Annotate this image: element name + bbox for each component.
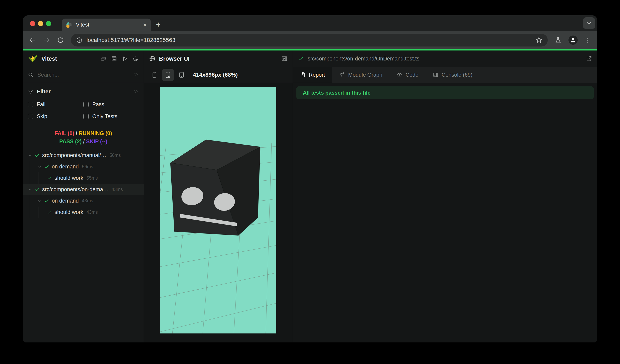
test-case-row[interactable]: should work 55ms <box>23 173 144 184</box>
reload-button[interactable] <box>57 37 64 44</box>
fail-count: FAIL (0) <box>55 130 74 136</box>
test-duration: 43ms <box>112 187 123 192</box>
report-content: All tests passed in this file <box>293 83 597 342</box>
close-window-button[interactable] <box>30 21 35 26</box>
dashboard-report-icon[interactable] <box>111 56 117 61</box>
test-label: should work <box>55 175 83 181</box>
report-tabs: Report Module Graph Code Console (69) <box>293 67 597 83</box>
zoom-window-button[interactable] <box>46 21 51 26</box>
dark-mode-moon-icon[interactable] <box>133 56 139 61</box>
tab-label: Console (69) <box>442 72 473 78</box>
filter-skip-checkbox[interactable]: Skip <box>28 110 83 122</box>
device-tablet-button[interactable] <box>176 69 187 81</box>
code-icon <box>397 72 402 78</box>
test-duration: 55ms <box>87 175 98 181</box>
test-label: src/components/manual/… <box>42 152 106 159</box>
funnel-filter-icon <box>28 89 33 94</box>
threejs-scene <box>160 87 276 334</box>
checkbox-icon <box>28 102 33 107</box>
running-count: RUNNING (0) <box>79 130 112 136</box>
minimize-window-button[interactable] <box>38 21 43 26</box>
report-panel: src/components/on-demand/OnDemand.test.t… <box>293 50 597 342</box>
chevron-down-icon[interactable] <box>28 187 34 192</box>
ui-windows-icon[interactable] <box>100 56 106 61</box>
clipboard-icon <box>300 72 306 78</box>
address-bar[interactable]: localhost:5173/#/?file=1828625563 <box>71 34 548 46</box>
filter-label: Fail <box>37 101 46 108</box>
tab-module-graph[interactable]: Module Graph <box>332 67 389 83</box>
open-in-new-tab-icon[interactable] <box>586 56 592 62</box>
test-suite-row[interactable]: on demand 56ms <box>23 161 144 173</box>
device-small-phone-button[interactable] <box>149 69 160 81</box>
checkbox-icon <box>83 102 89 107</box>
clear-filter-icon[interactable] <box>133 72 139 78</box>
browser-tab-vitest[interactable]: Vitest × <box>62 19 151 31</box>
tab-code[interactable]: Code <box>389 67 426 83</box>
tab-label: Report <box>309 72 325 78</box>
pass-check-icon <box>47 176 55 181</box>
filter-label: Skip <box>37 113 47 119</box>
window-controls <box>30 21 51 26</box>
test-file-row[interactable]: src/components/manual/… 56ms <box>23 150 144 161</box>
clear-filter-icon[interactable] <box>133 89 139 94</box>
tab-report[interactable]: Report <box>293 67 332 83</box>
banner-text: All tests passed in this file <box>303 90 371 96</box>
url-text[interactable]: localhost:5173/#/?file=1828625563 <box>87 37 531 43</box>
pass-check-icon <box>298 56 304 62</box>
tab-search-button[interactable] <box>583 17 595 29</box>
experiments-flask-icon[interactable] <box>555 37 562 44</box>
forward-button[interactable] <box>43 37 50 44</box>
pass-check-icon <box>44 164 52 169</box>
filter-pass-checkbox[interactable]: Pass <box>83 98 139 110</box>
tab-title: Vitest <box>76 22 143 28</box>
test-label: on demand <box>52 198 79 204</box>
test-duration: 43ms <box>82 198 93 204</box>
filter-fail-checkbox[interactable]: Fail <box>28 98 83 110</box>
module-graph-icon <box>339 72 345 78</box>
checkbox-icon <box>28 114 33 119</box>
profile-avatar[interactable] <box>569 36 578 45</box>
device-large-phone-button[interactable] <box>162 69 174 81</box>
bookmark-star-icon[interactable] <box>535 37 542 44</box>
kebab-menu-icon[interactable] <box>584 37 591 44</box>
filter-label: Pass <box>92 101 104 108</box>
test-suite-row[interactable]: on demand 43ms <box>23 195 144 206</box>
test-tree: src/components/manual/… 56ms on demand 5… <box>23 150 144 342</box>
browser-preview-panel: Browser UI 414x896px (68%) <box>144 50 293 342</box>
globe-icon <box>149 56 155 62</box>
test-duration: 43ms <box>87 210 98 215</box>
chevron-down-icon[interactable] <box>28 153 34 158</box>
test-file-row-selected[interactable]: src/components/on-dema… 43ms <box>23 184 144 195</box>
vitest-logo-icon <box>28 54 37 63</box>
pass-check-icon <box>34 153 42 158</box>
site-info-icon[interactable] <box>76 37 82 43</box>
test-label: should work <box>55 209 83 215</box>
person-icon <box>570 37 576 43</box>
chevron-down-icon[interactable] <box>37 164 44 169</box>
test-duration: 56ms <box>82 164 93 169</box>
chevron-down-icon[interactable] <box>37 199 44 203</box>
filter-only-tests-checkbox[interactable]: Only Tests <box>83 110 139 122</box>
panel-title: Browser UI <box>159 56 281 62</box>
test-duration: 56ms <box>109 153 121 158</box>
filter-section: Filter Fail Pass Skip Only Tests <box>23 83 144 124</box>
tab-console[interactable]: Console (69) <box>426 67 480 83</box>
tab-strip: Vitest × + <box>23 15 597 31</box>
run-all-play-icon[interactable] <box>122 56 128 61</box>
vitest-ui: Vitest Filter <box>23 50 597 342</box>
sidebar: Vitest Filter <box>23 50 144 342</box>
browser-window: Vitest × + localhost:5173/#/?file=182862… <box>23 15 597 342</box>
tab-label: Module Graph <box>348 72 382 78</box>
back-button[interactable] <box>29 37 36 44</box>
tested-app-viewport[interactable] <box>160 87 276 334</box>
viewport-size-label: 414x896px (68%) <box>193 72 238 78</box>
pass-check-icon <box>44 198 52 204</box>
new-tab-button[interactable]: + <box>156 21 161 29</box>
test-label: src/components/on-dema… <box>42 186 108 193</box>
close-tab-icon[interactable]: × <box>143 22 147 28</box>
test-case-row[interactable]: should work 43ms <box>23 206 144 218</box>
search-input[interactable] <box>37 72 133 78</box>
filter-label: Only Tests <box>92 113 117 119</box>
pass-check-icon <box>34 187 42 192</box>
dock-panel-right-icon[interactable] <box>281 56 287 62</box>
